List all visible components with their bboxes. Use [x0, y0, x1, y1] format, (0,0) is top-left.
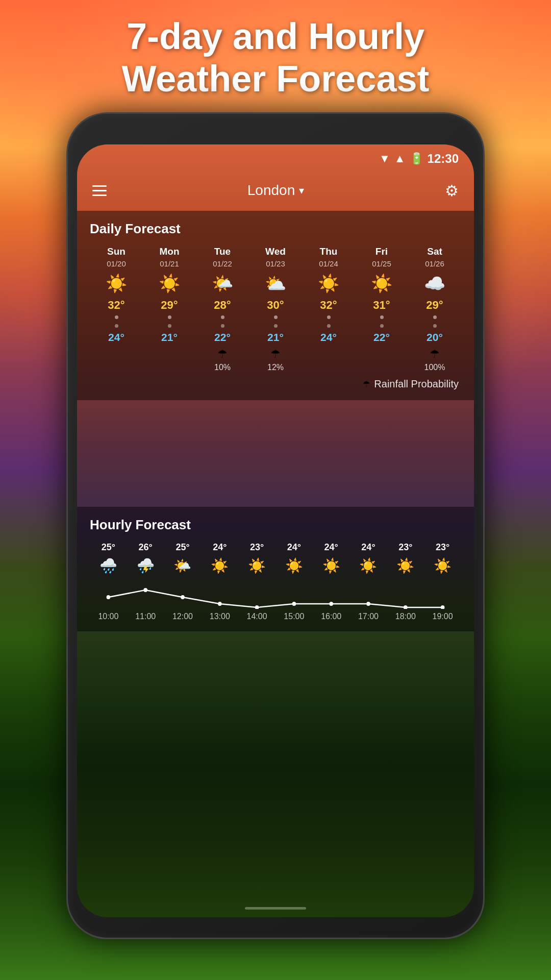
day-name: Thu	[320, 246, 338, 257]
temp-high: 31°	[373, 299, 390, 312]
dot-low	[221, 324, 224, 328]
temp-high: 29°	[426, 299, 443, 312]
rain-icon: ☂	[270, 348, 281, 361]
hour-temp: 25°	[176, 542, 189, 555]
hours-time-row: 10:0011:0012:0013:0014:0015:0016:0017:00…	[90, 609, 461, 631]
dot-low	[433, 324, 437, 328]
dot-high	[433, 315, 437, 319]
headline-line1: 7-day and Hourly	[31, 15, 520, 58]
dot-high	[221, 315, 224, 319]
hour-weather-icon: ⛈️	[137, 557, 155, 574]
hour-time: 10:00	[98, 612, 118, 621]
settings-icon[interactable]: ⚙	[445, 182, 459, 200]
day-column: Mon 01/21 ☀️ 29° 21°	[143, 246, 196, 372]
day-name: Wed	[265, 246, 286, 257]
rain-icon: ☂	[217, 348, 228, 361]
svg-point-6	[329, 602, 333, 606]
svg-point-2	[181, 595, 185, 599]
hour-column: 23° ☀️	[424, 542, 461, 574]
city-selector[interactable]: London ▾	[247, 182, 304, 199]
hour-time-column: 12:00	[164, 609, 202, 621]
day-date: 01/20	[107, 259, 126, 268]
hour-time-column: 16:00	[313, 609, 350, 621]
city-dropdown-arrow: ▾	[299, 184, 304, 197]
status-bar: ▼ ▲ 🔋 12:30	[77, 144, 474, 173]
day-name: Fri	[375, 246, 388, 257]
day-column: Fri 01/25 ☀️ 31° 22°	[355, 246, 408, 372]
hour-time-column: 19:00	[424, 609, 461, 621]
svg-point-4	[255, 605, 259, 609]
day-date: 01/23	[266, 259, 285, 268]
temp-low: 22°	[214, 331, 231, 344]
status-time: 12:30	[428, 152, 459, 166]
hour-temp: 23°	[250, 542, 264, 555]
temp-low: 24°	[320, 331, 337, 344]
hour-column: 24° ☀️	[201, 542, 238, 574]
svg-point-3	[218, 602, 222, 606]
day-date: 01/25	[372, 259, 391, 268]
rainfall-label-row: ☂ Rainfall Probability	[90, 378, 461, 390]
hour-temp: 24°	[213, 542, 227, 555]
temp-low: 24°	[108, 331, 124, 344]
hour-time: 15:00	[284, 612, 304, 621]
hour-time-column: 14:00	[238, 609, 276, 621]
dot-high	[327, 315, 331, 319]
headline: 7-day and Hourly Weather Forecast	[0, 15, 551, 100]
menu-icon[interactable]	[92, 185, 107, 196]
nav-bar: London ▾ ⚙	[77, 173, 474, 208]
weather-icon: ☀️	[318, 273, 339, 293]
temp-low: 21°	[267, 331, 284, 344]
signal-icon: ▲	[394, 152, 406, 165]
battery-icon: 🔋	[410, 152, 423, 165]
hours-scroll: 25° 🌧️ 26° ⛈️ 25° 🌤️ 24° ☀️ 23° ☀️ 24° ☀…	[90, 542, 461, 574]
daily-forecast-title: Daily Forecast	[90, 221, 461, 237]
hour-temp: 24°	[361, 542, 375, 555]
hour-weather-icon: ☀️	[396, 557, 414, 574]
day-column: Wed 01/23 ⛅ 30° 21° ☂12%	[249, 246, 302, 372]
weather-icon: ⛅	[265, 273, 286, 293]
svg-point-1	[143, 588, 147, 592]
city-label: London	[247, 182, 295, 199]
hour-time-column: 17:00	[350, 609, 387, 621]
daily-forecast-panel: Daily Forecast Sun 01/20 ☀️ 32° 24° Mon …	[77, 211, 474, 400]
hour-time-column: 15:00	[276, 609, 313, 621]
dot-low	[380, 324, 384, 328]
svg-point-7	[366, 602, 370, 606]
hour-weather-icon: 🌤️	[173, 557, 191, 574]
day-date: 01/22	[213, 259, 232, 268]
phone-screen: ▼ ▲ 🔋 12:30 London ▾ ⚙ Daily Forecast Su…	[77, 144, 474, 917]
hourly-forecast-panel: Hourly Forecast 25° 🌧️ 26° ⛈️ 25° 🌤️ 24°…	[77, 507, 474, 631]
headline-line2: Weather Forecast	[31, 58, 520, 100]
weather-icon: ☀️	[159, 273, 180, 293]
wifi-icon: ▼	[379, 152, 390, 165]
temp-low: 21°	[161, 331, 178, 344]
rain-pct: 10%	[214, 363, 231, 372]
dot-high	[380, 315, 384, 319]
day-date: 01/26	[425, 259, 444, 268]
temp-high: 30°	[267, 299, 284, 312]
temp-low: 20°	[427, 331, 443, 344]
day-date: 01/21	[160, 259, 179, 268]
hour-temp: 25°	[102, 542, 115, 555]
hour-time-column: 11:00	[127, 609, 164, 621]
dot-high	[115, 315, 118, 319]
hour-column: 24° ☀️	[350, 542, 387, 574]
hour-temp: 26°	[139, 542, 153, 555]
phone-home-indicator	[245, 907, 306, 910]
hour-weather-icon: ☀️	[211, 557, 229, 574]
weather-icon: ☀️	[106, 273, 127, 293]
svg-point-5	[292, 602, 296, 606]
temp-high: 29°	[161, 299, 178, 312]
hour-column: 26° ⛈️	[127, 542, 164, 574]
hour-column: 23° ☀️	[238, 542, 276, 574]
hour-time: 12:00	[172, 612, 193, 621]
hour-time-column: 10:00	[90, 609, 127, 621]
temp-low: 22°	[373, 331, 390, 344]
hour-column: 25° 🌤️	[164, 542, 202, 574]
hour-temp: 24°	[287, 542, 301, 555]
day-name: Mon	[159, 246, 179, 257]
hour-column: 24° ☀️	[276, 542, 313, 574]
svg-point-9	[441, 605, 445, 609]
temp-high: 32°	[108, 299, 124, 312]
day-column: Thu 01/24 ☀️ 32° 24°	[302, 246, 355, 372]
